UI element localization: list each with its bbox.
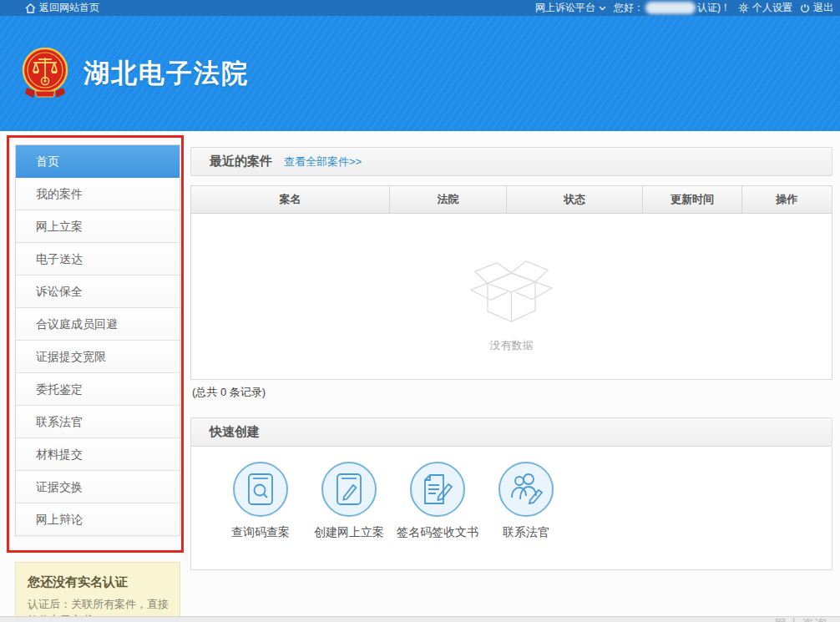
site-title: 湖北电子法院 (83, 56, 249, 91)
court-emblem-logo (22, 48, 68, 99)
empty-state-text: 没有数据 (490, 338, 534, 353)
quick-item-label: 联系法官 (503, 525, 549, 540)
home-link[interactable]: 返回网站首页 (25, 1, 99, 15)
sidebar-item-litigation-preservation[interactable]: 诉讼保全 (16, 276, 180, 308)
quick-item-sign-documents[interactable]: 签名码签收文书 (393, 462, 482, 540)
sidebar-item-online-debate[interactable]: 网上辩论 (16, 503, 180, 536)
home-link-label: 返回网站首页 (39, 1, 99, 15)
col-status: 状态 (507, 186, 643, 213)
quick-item-contact-judge[interactable]: 联系法官 (482, 462, 570, 540)
sidebar-item-electronic-service[interactable]: 电子送达 (16, 243, 180, 276)
sidebar-item-panel-member-recusal[interactable]: 合议庭成员回避 (16, 308, 180, 341)
case-table-header-row: 案名 法院 状态 更新时间 操作 (191, 186, 832, 214)
topbar: 返回网站首页 网上诉讼平台 您好： 认证)！ (0, 0, 840, 16)
col-operation: 操作 (742, 186, 832, 213)
realname-auth-notice: 您还没有实名认证 认证后：关联所有案件，直接签收电子文书。 (15, 562, 180, 622)
sidebar-item-evidence-grace-period[interactable]: 证据提交宽限 (16, 341, 180, 373)
view-all-cases-link[interactable]: 查看全部案件>> (284, 154, 362, 169)
record-count: (总共 0 条记录) (192, 385, 266, 400)
quick-item-label: 查询码查案 (231, 525, 290, 540)
quick-item-query-code-case[interactable]: 查询码查案 (216, 462, 305, 540)
redacted-username (645, 2, 696, 14)
quick-create-body: 查询码查案 创建网上立案 签名码签收文书 (190, 447, 832, 570)
sidebar-item-home[interactable]: 首页 (16, 145, 180, 178)
sign-doc-icon (410, 462, 465, 517)
chevron-down-icon (599, 6, 606, 11)
auth-notice-title: 您还没有实名认证 (28, 574, 170, 590)
quick-create-title: 快速创建 (210, 424, 260, 440)
quick-create-header: 快速创建 (190, 417, 832, 447)
recent-cases-title: 最近的案件 (210, 154, 272, 169)
logout-link[interactable]: 退出 (800, 1, 833, 15)
recent-cases-header: 最近的案件 查看全部案件>> (190, 147, 832, 176)
sidebar-item-entrusted-appraisal[interactable]: 委托鉴定 (16, 373, 180, 406)
gear-icon (738, 3, 749, 13)
greeting: 您好： 认证)！ (614, 1, 731, 15)
sidebar-item-online-filing[interactable]: 网上立案 (16, 210, 180, 243)
edit-doc-icon (321, 462, 377, 517)
col-case-name: 案名 (191, 186, 390, 213)
quick-item-label: 创建网上立案 (314, 525, 384, 540)
quick-item-label: 签名码签收文书 (397, 525, 478, 540)
sidebar-item-contact-judge[interactable]: 联系法官 (16, 406, 180, 438)
platform-menu[interactable]: 网上诉讼平台 (535, 1, 606, 15)
home-icon (25, 3, 36, 13)
col-update-time: 更新时间 (643, 186, 741, 213)
banner: 湖北电子法院 (0, 16, 840, 131)
power-icon (800, 3, 810, 13)
personal-settings-label: 个人设置 (752, 1, 792, 15)
personal-settings-link[interactable]: 个人设置 (738, 1, 792, 15)
sidebar-item-my-cases[interactable]: 我的案件 (16, 178, 180, 210)
footer-partial-text: 网上咨询 (775, 617, 828, 622)
sidebar-item-material-submission[interactable]: 材料提交 (16, 438, 180, 471)
col-court: 法院 (390, 186, 507, 213)
sidebar-item-evidence-exchange[interactable]: 证据交换 (16, 471, 180, 503)
greeting-prefix: 您好： (614, 1, 644, 15)
case-table: 案名 法院 状态 更新时间 操作 没有数据 (190, 185, 832, 380)
greeting-suffix: 认证)！ (697, 1, 731, 15)
empty-state: 没有数据 (191, 214, 832, 380)
sidebar-menu: 首页 我的案件 网上立案 电子送达 诉讼保全 合议庭成员回避 证据提交宽限 委托… (15, 144, 180, 536)
contact-judge-icon (498, 462, 554, 517)
quick-item-create-online-filing[interactable]: 创建网上立案 (305, 462, 393, 540)
logout-label: 退出 (813, 1, 833, 15)
footer-bar: 网上咨询 (0, 616, 840, 622)
platform-menu-label: 网上诉讼平台 (535, 1, 595, 15)
empty-box-icon (463, 241, 559, 325)
search-doc-icon (233, 462, 288, 517)
